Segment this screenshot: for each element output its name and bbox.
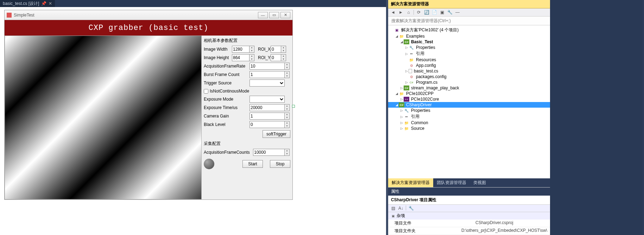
tree-app-config[interactable]: ⚙App.config — [388, 63, 550, 68]
not-continous-label: IsNotContinousMode — [210, 89, 249, 94]
categorized-icon[interactable]: ▤ — [390, 205, 396, 211]
tree-project-basic-test[interactable]: ◢C#Basic_Test — [388, 39, 550, 45]
tree-pcie1002cpp[interactable]: ◢📁PCIe1002CPP — [388, 91, 550, 96]
preview-icon[interactable]: — — [455, 9, 460, 15]
solution-tree: ▣解决方案'PCIe1002' (4 个项目) ◢📁Examples ◢C#Ba… — [388, 25, 550, 178]
roi-y-input[interactable] — [271, 54, 281, 61]
properties-header: 属性 — [388, 188, 550, 196]
props-value: CSharpDriver.csproj — [473, 220, 550, 227]
close-icon[interactable]: ✕ — [49, 1, 52, 6]
alphabetical-icon[interactable]: A↓ — [398, 205, 404, 211]
tree-folder-examples[interactable]: ◢📁Examples — [388, 33, 550, 39]
roi-y-spinner[interactable]: ▲▼ — [281, 54, 286, 61]
roi-y-label: ROI_Y — [258, 55, 271, 60]
props-row-folder[interactable]: 项目文件夹 D:\others_prj\CXP_Embeded\CXP_HOST… — [388, 227, 550, 235]
show-all-icon[interactable]: 📄 — [431, 9, 437, 15]
gain-spinner[interactable]: ▲▼ — [285, 113, 290, 120]
burst-spinner[interactable]: ▲▼ — [285, 71, 290, 78]
tree-references-2[interactable]: ▷▪▪引用 — [388, 113, 550, 120]
gain-input[interactable] — [250, 113, 285, 120]
exposure-mode-combo[interactable] — [250, 96, 285, 103]
search-input[interactable] — [390, 17, 548, 24]
properties-panel: 属性 CSharpDriver 项目属性 ▤ A↓ 🔧 ▣杂项 项目文件 CSh… — [388, 187, 550, 235]
tab-solution-explorer[interactable]: 解决方案资源管理器 — [388, 178, 433, 187]
image-preview — [5, 36, 202, 199]
tree-properties-1[interactable]: ▷🔧Properties — [388, 45, 550, 50]
collapse-icon[interactable]: ▣ — [439, 9, 445, 15]
props-row-file[interactable]: 项目文件 CSharpDriver.csproj — [388, 220, 550, 227]
solution-node[interactable]: ▣解决方案'PCIe1002' (4 个项目) — [388, 27, 550, 33]
sync-icon[interactable]: 🔄 — [424, 9, 429, 15]
frame-counts-input[interactable] — [253, 149, 285, 156]
image-height-label: Image Height — [204, 55, 232, 60]
camera-group-title: 相机基本参数配置 — [204, 37, 290, 44]
tab-team-explorer[interactable]: 团队资源管理器 — [433, 178, 470, 187]
refresh-icon[interactable]: ⟳ — [416, 9, 422, 15]
solution-explorer-panel: 解决方案资源管理器 ◄ ► ⌂ ⟳ 🔄 📄 ▣ 🔧 — ▣解决方案'PCIe10… — [388, 0, 550, 235]
tree-references-1[interactable]: ▷▪▪引用 — [388, 50, 550, 57]
minimize-button[interactable]: — — [258, 12, 268, 18]
tree-csharpdriver[interactable]: ◢C#CSharpDriver — [388, 102, 550, 108]
props-key: 项目文件夹 — [388, 227, 459, 235]
pin-icon[interactable]: 📌 — [41, 1, 46, 6]
properties-grid: ▣杂项 项目文件 CSharpDriver.csproj 项目文件夹 D:\ot… — [388, 212, 550, 235]
roi-x-input[interactable] — [271, 46, 281, 53]
acquisition-group: 采集配置 AcquisitionFrameCounts ▲▼ Start Sto… — [204, 140, 290, 169]
tree-stream-playback[interactable]: ▷C#stream_image_play_back — [388, 85, 550, 91]
gain-label: Camera Gain — [204, 114, 250, 119]
props-category-misc[interactable]: ▣杂项 — [388, 212, 550, 220]
camera-params-group: 相机基本参数配置 Image Width ▲▼ ROI_X ▲▼ Image H… — [204, 37, 290, 138]
tree-source[interactable]: ▷📁Source — [388, 126, 550, 131]
soft-trigger-button[interactable]: softTrigger — [263, 130, 290, 138]
start-button[interactable]: Start — [242, 160, 263, 168]
forward-icon[interactable]: ► — [398, 9, 404, 15]
properties-icon[interactable]: 🔧 — [447, 9, 453, 15]
tab-class-view[interactable]: 类视图 — [470, 178, 490, 187]
form-canvas[interactable]: SimpleTest — ▭ ✕ CXP grabber (basic test… — [4, 10, 293, 200]
exposure-mode-label: Exposure Mode — [204, 97, 250, 102]
document-tab-label: basic_test.cs [设计] — [3, 1, 39, 7]
black-level-input[interactable] — [250, 121, 285, 128]
not-continous-checkbox[interactable] — [204, 89, 208, 94]
image-width-label: Image Width — [204, 47, 232, 52]
frame-rate-input[interactable] — [250, 63, 285, 70]
frame-counts-label: AcquisitionFrameCounts — [204, 150, 253, 155]
burst-input[interactable] — [250, 71, 285, 78]
image-height-input[interactable] — [232, 54, 250, 61]
tree-pcie1002core[interactable]: ▷++PCIe1002Core — [388, 96, 550, 102]
tree-packages-config[interactable]: ⚙packages.config — [388, 74, 550, 80]
tree-common[interactable]: ▷📁Common — [388, 120, 550, 126]
document-tab[interactable]: basic_test.cs [设计] 📌 ✕ — [0, 0, 55, 7]
solution-explorer-header: 解决方案资源管理器 — [388, 0, 550, 8]
stop-button[interactable]: Stop — [270, 160, 290, 168]
frame-counts-spinner[interactable]: ▲▼ — [285, 149, 290, 156]
tree-resources-1[interactable]: 📁Resources — [388, 57, 550, 63]
maximize-button[interactable]: ▭ — [269, 12, 279, 18]
roi-x-spinner[interactable]: ▲▼ — [281, 46, 286, 53]
gradient-image — [5, 36, 202, 199]
frame-rate-spinner[interactable]: ▲▼ — [285, 63, 290, 70]
home-icon[interactable]: ⌂ — [406, 9, 411, 15]
roi-x-label: ROI_X — [258, 47, 271, 52]
image-width-input[interactable] — [232, 46, 250, 53]
image-width-spinner[interactable]: ▲▼ — [250, 46, 254, 53]
close-button[interactable]: ✕ — [280, 12, 290, 18]
tree-basic-test-cs[interactable]: ▷basic_test.cs — [388, 68, 550, 74]
black-level-spinner[interactable]: ▲▼ — [285, 121, 290, 128]
acq-group-title: 采集配置 — [204, 140, 290, 147]
exposure-time-spinner[interactable]: ▲▼ — [285, 104, 290, 111]
search-row — [388, 17, 550, 25]
trigger-source-combo[interactable] — [250, 80, 285, 87]
image-height-spinner[interactable]: ▲▼ — [250, 54, 254, 61]
explorer-bottom-tabs: 解决方案资源管理器 团队资源管理器 类视图 — [388, 178, 550, 187]
back-icon[interactable]: ◄ — [390, 9, 396, 15]
black-level-label: Black Level — [204, 122, 250, 127]
exposure-time-input[interactable] — [250, 104, 285, 111]
tree-properties-2[interactable]: ▷🔧Properties — [388, 108, 550, 113]
properties-title: CSharpDriver 项目属性 — [388, 196, 550, 205]
props-key: 项目文件 — [388, 220, 473, 227]
designer-surface: SimpleTest — ▭ ✕ CXP grabber (basic test… — [0, 7, 386, 235]
property-pages-icon[interactable]: 🔧 — [408, 205, 414, 211]
banner-label: CXP grabber (basic test) — [5, 20, 292, 36]
tree-program-cs[interactable]: ▷C#Program.cs — [388, 80, 550, 85]
